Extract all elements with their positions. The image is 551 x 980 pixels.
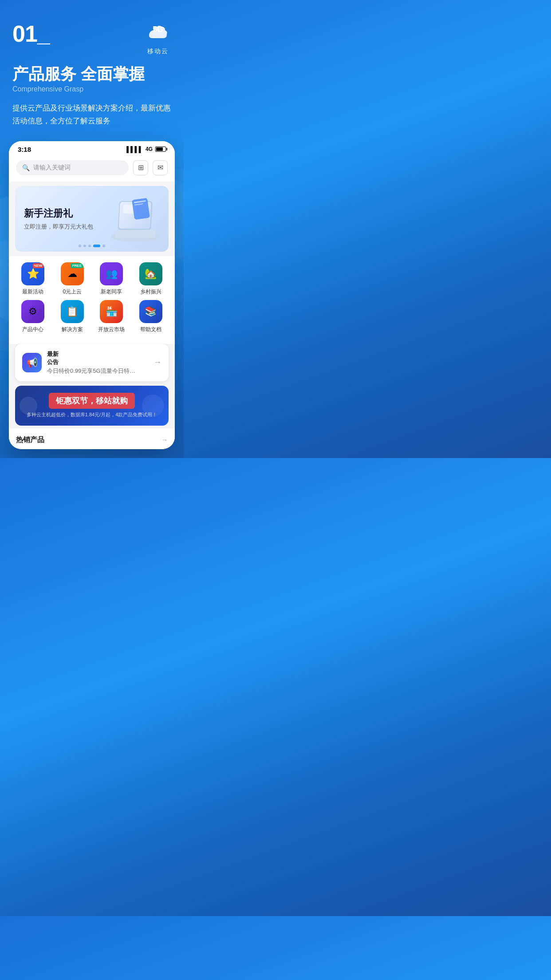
title-section: 产品服务 全面掌握 Comprehensive Grasp 提供云产品及行业场景… xyxy=(0,55,184,128)
announcement-content: 最新公告 今日特价0.99元享5G流量今日特价0.99... xyxy=(47,350,148,375)
free-cloud-label: 0元上云 xyxy=(63,288,82,296)
banner-subtitle: 立即注册，即享万元大礼包 xyxy=(24,223,93,231)
dot-1 xyxy=(79,245,81,247)
docs-icon: 📚 xyxy=(145,306,157,317)
banner-dots xyxy=(79,245,105,247)
dot-2 xyxy=(83,245,86,247)
announcement-bar[interactable]: 📢 最新公告 今日特价0.99元享5G流量今日特价0.99... → xyxy=(15,344,169,381)
search-bar[interactable]: 🔍 请输入关键词 xyxy=(16,160,129,175)
search-icon: 🔍 xyxy=(22,164,30,171)
banner-title: 新手注册礼 xyxy=(24,207,93,220)
more-arrow-icon: → xyxy=(161,436,168,443)
logo-icon: 5G xyxy=(145,22,171,47)
icons-row-2: ⚙ 产品中心 📋 解决方案 🏪 开放云市场 xyxy=(13,300,170,333)
battery-icon xyxy=(155,146,166,152)
main-title: 产品服务 全面掌握 xyxy=(12,64,171,83)
logo-area: 5G 移动云 xyxy=(145,22,171,55)
icon-solution[interactable]: 📋 解决方案 xyxy=(57,300,88,333)
icon-new-activity[interactable]: ⭐ NEW 最新活动 xyxy=(17,262,48,296)
hot-products-more[interactable]: → xyxy=(161,436,168,443)
village-label: 乡村振兴 xyxy=(140,288,161,296)
banner-illustration xyxy=(106,192,164,245)
banner-content: 新手注册礼 立即注册，即享万元大礼包 xyxy=(15,198,102,240)
icon-docs[interactable]: 📚 帮助文档 xyxy=(135,300,166,333)
signal-icon: ▌▌▌▌ xyxy=(126,146,143,153)
product-label: 产品中心 xyxy=(22,326,43,333)
icon-product[interactable]: ⚙ 产品中心 xyxy=(17,300,48,333)
icon-share[interactable]: 👥 新老同享 xyxy=(96,262,127,296)
message-button[interactable]: ✉ xyxy=(153,160,168,175)
village-icon: 🏡 xyxy=(145,268,157,280)
announcement-arrow: → xyxy=(153,358,161,367)
main-banner[interactable]: 新手注册礼 立即注册，即享万元大礼包 xyxy=(15,186,169,252)
share-label: 新老同享 xyxy=(101,288,122,296)
bottom-banner-subtitle: 多种云主机超低价，数据库1.84元/月起，4款产品免费试用！ xyxy=(27,411,157,418)
bottom-banner[interactable]: 钜惠双节，移站就购 多种云主机超低价，数据库1.84元/月起，4款产品免费试用！ xyxy=(15,386,169,426)
solution-icon: 📋 xyxy=(66,306,78,317)
sub-title: Comprehensive Grasp xyxy=(12,85,171,93)
docs-label: 帮助文档 xyxy=(140,326,161,333)
icons-grid: ⭐ NEW 最新活动 ☁ FREE 0元上云 👥 新老同享 xyxy=(9,256,175,344)
announcement-text: 今日特价0.99元享5G流量今日特价0.99... xyxy=(47,367,136,375)
search-section: 🔍 请输入关键词 ⊞ ✉ xyxy=(9,156,175,182)
product-icon: ⚙ xyxy=(28,306,37,317)
dot-5 xyxy=(102,245,105,247)
description: 提供云产品及行业场景解决方案介绍，最新优惠活动信息，全方位了解云服务 xyxy=(12,102,171,128)
bottom-banner-title: 钜惠双节，移站就购 xyxy=(49,393,135,409)
header: 01_ 5G 移动云 xyxy=(0,0,184,55)
step-number: 01_ xyxy=(12,22,50,45)
new-activity-icon: ⭐ xyxy=(27,268,39,280)
new-activity-label: 最新活动 xyxy=(22,288,43,296)
search-placeholder: 请输入关键词 xyxy=(33,164,71,172)
free-badge: FREE xyxy=(71,263,83,268)
dot-3 xyxy=(88,245,91,247)
announcement-label: 最新公告 xyxy=(47,350,148,366)
share-icon: 👥 xyxy=(106,268,118,280)
dot-4 xyxy=(93,245,100,247)
hot-products-title: 热销产品 xyxy=(16,435,44,445)
logo-text: 移动云 xyxy=(147,47,169,55)
market-label: 开放云市场 xyxy=(98,326,125,333)
announcement-icon: 📢 xyxy=(22,353,42,372)
new-badge: NEW xyxy=(33,263,44,268)
status-icons: ▌▌▌▌ 4G xyxy=(126,146,166,153)
status-bar: 3:18 ▌▌▌▌ 4G xyxy=(9,141,175,156)
free-cloud-icon: ☁ xyxy=(67,268,77,280)
icons-row-1: ⭐ NEW 最新活动 ☁ FREE 0元上云 👥 新老同享 xyxy=(13,262,170,296)
hot-products-section: 热销产品 → xyxy=(9,428,175,449)
icon-free-cloud[interactable]: ☁ FREE 0元上云 xyxy=(57,262,88,296)
market-icon: 🏪 xyxy=(106,306,118,317)
icon-market[interactable]: 🏪 开放云市场 xyxy=(96,300,127,333)
scan-button[interactable]: ⊞ xyxy=(133,160,148,175)
phone-mockup: 3:18 ▌▌▌▌ 4G 🔍 请输入关键词 ⊞ ✉ 新手注册礼 立即注册，即享万… xyxy=(9,141,175,449)
network-label: 4G xyxy=(146,146,153,152)
status-time: 3:18 xyxy=(18,146,31,153)
icon-village[interactable]: 🏡 乡村振兴 xyxy=(135,262,166,296)
solution-label: 解决方案 xyxy=(62,326,83,333)
svg-rect-2 xyxy=(115,230,155,238)
